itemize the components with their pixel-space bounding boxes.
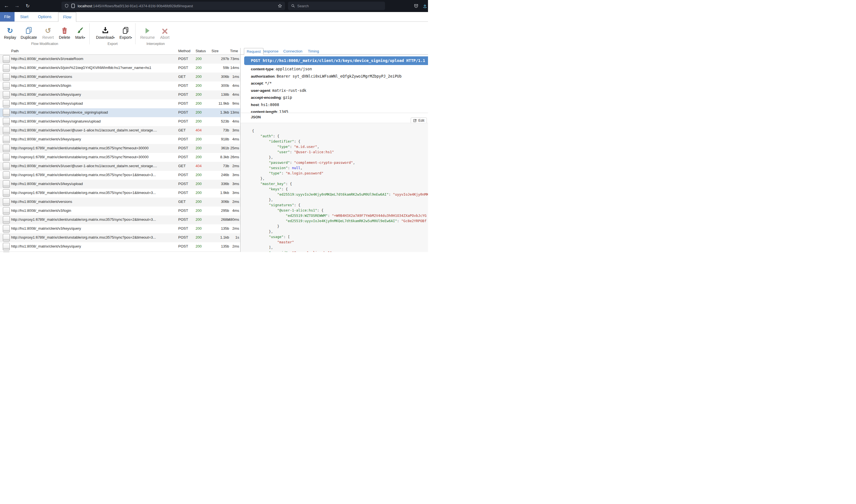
flow-row[interactable]: http://ssproxy1:6789/_matrix/client/unst… [0,215,240,224]
flow-method: POST [178,101,188,106]
duplicate-button[interactable]: Duplicate [20,24,38,40]
json-line: "usage": [ [252,234,428,239]
flow-row[interactable]: http://hs1:8008/_matrix/client/v3/keys/q… [0,90,240,100]
flow-row[interactable]: http://hs1:8008/_matrix/client/versionsG… [0,198,240,206]
export-button[interactable]: Export▾ [117,24,134,40]
flow-row[interactable]: http://ssproxy1:6789/_matrix/client/unst… [0,233,240,242]
flow-row[interactable]: http://ssproxy1:6789/_matrix/client/unst… [0,144,240,153]
menu-options[interactable]: Options [38,12,51,21]
back-icon[interactable]: ← [2,0,11,12]
flow-time: 3ms [221,191,239,195]
header-separator: : [259,103,261,107]
flow-status: 200 [195,182,202,186]
flow-row[interactable]: http://hs1:8008/_matrix/client/v3/user/@… [0,126,240,135]
flow-type-icon [3,234,10,241]
resume-button[interactable]: Resume [139,24,156,40]
column-time[interactable]: Time [221,49,238,53]
flow-type-icon [3,118,10,125]
menu-start[interactable]: Start [20,12,29,21]
column-path[interactable]: Path [11,49,19,53]
tab-request[interactable]: Request [244,48,263,55]
bookmark-star-icon[interactable] [278,4,282,8]
json-line: "ed25519:uyyvIoJe4Kjy0nMKQeL7dt6kamRK2w5… [252,192,428,197]
revert-button[interactable]: ↺ Revert [41,24,55,40]
flow-row[interactable]: http://hs1:8008/_matrix/client/v3/keys/s… [0,117,240,126]
column-size[interactable]: Size [211,49,219,53]
flow-row[interactable]: http://hs1:8008/_matrix/client/v3/loginP… [0,206,240,215]
header-line[interactable]: authorization: Bearer syt_dXNlci0xLWFsaW… [251,73,428,80]
search-input[interactable]: Search [288,2,385,10]
flow-row[interactable]: http://hs1:8008/_matrix/client/v3/join/%… [0,64,240,73]
column-status[interactable]: Status [195,49,206,53]
search-placeholder: Search [297,4,309,8]
flow-status: 200 [195,173,202,177]
flow-row[interactable]: http://hs1:8008/_matrix/client/v3/keys/d… [0,108,240,117]
browser-actions [414,0,428,12]
flow-method: GET [178,74,186,79]
request-first-line[interactable]: POST http://hs1:8008/_matrix/client/v3/k… [244,56,428,65]
header-line[interactable]: content-length: 1345 [251,108,428,115]
flow-row[interactable]: http://hs1:8008/_matrix/client/v3/create… [0,55,240,64]
flow-row[interactable]: http://hs1:8008/_matrix/client/versionsG… [0,73,240,82]
tab-timing[interactable]: Timing [307,48,320,54]
header-line[interactable]: accept: */* [251,80,428,87]
pocket-icon[interactable] [414,4,418,8]
flow-list-header[interactable]: Path Method Status Size Time [0,48,240,55]
flow-row[interactable]: http://hs1:8008/_matrix/client/v3/keys/q… [0,224,240,233]
flow-row[interactable]: http://hs1:8008/_matrix/client/v3/keys/u… [0,100,240,108]
edit-button[interactable]: Edit [411,118,427,123]
flow-status: 200 [195,57,202,61]
flow-time: 14ms [221,66,239,70]
flow-method: POST [178,119,188,123]
flow-row[interactable]: http://hs1:8008/_matrix/client/v3/keys/q… [0,242,240,251]
flow-time: 26ms [221,155,239,159]
request-body-json[interactable]: { "auth": { "identifier": { "type": "m.i… [241,123,428,252]
flow-row[interactable]: http://hs1:8008/_matrix/client/v3/keys/u… [0,180,240,188]
download-caret-icon: ▾ [114,36,115,39]
flow-type-icon [3,109,10,116]
header-line[interactable]: accept-encoding: gzip [251,94,428,101]
delete-button[interactable]: Delete [57,24,71,40]
flow-path: http://hs1:8008/_matrix/client/v3/keys/q… [11,137,176,141]
mark-button[interactable]: Mark▾ [73,24,87,40]
flow-path: http://ssproxy1:6789/_matrix/client/unst… [11,235,176,239]
flow-type-icon [3,207,10,215]
replay-button[interactable]: ↻ Replay [3,24,17,40]
header-line[interactable]: content-type: application/json [251,66,428,73]
tab-response[interactable]: Response [261,48,279,54]
toolbar-separator [135,23,136,44]
abort-button[interactable]: Abort [158,24,172,40]
downloads-icon[interactable] [423,4,427,8]
request-headers[interactable]: content-type: application/jsonauthorizat… [251,66,428,115]
flow-row[interactable]: http://hs1:8008/_matrix/client/v3/user/@… [0,162,240,171]
url-text[interactable]: localhost:1445/#/flows/fba5f13d-91e1-437… [78,4,278,8]
flow-row[interactable]: http://ssproxy1:6789/_matrix/client/unst… [0,153,240,162]
column-method[interactable]: Method [178,49,190,53]
reload-icon[interactable]: ↻ [23,0,32,12]
flow-method: POST [178,57,188,61]
flow-row[interactable]: http://hs1:8008/_matrix/client/v3/loginP… [0,82,240,90]
flow-row[interactable]: http://ssproxy1:6789/_matrix/client/unst… [0,188,240,198]
header-line[interactable]: user-agent: matrix-rust-sdk [251,87,428,94]
page-info-icon[interactable] [71,4,75,8]
url-bar[interactable]: localhost:1445/#/flows/fba5f13d-91e1-437… [62,2,285,10]
header-line[interactable]: host: hs1:8008 [251,101,428,109]
flow-type-icon [3,73,10,80]
header-name: accept [251,81,263,85]
shield-icon[interactable] [65,4,69,8]
tab-connection[interactable]: Connection [283,48,303,54]
json-line: "type": "m.id.user", [252,144,428,149]
flow-status: 200 [195,217,202,221]
flow-time: 2ms [221,200,239,204]
flow-time: 2ms [221,226,239,231]
flow-row[interactable]: http://hs1:8008/_matrix/client/v3/keys/q… [0,135,240,144]
menu-file[interactable]: File [0,12,15,21]
flow-path: http://hs1:8008/_matrix/client/v3/keys/q… [11,226,176,231]
download-button[interactable]: Download▾ [95,24,116,40]
forward-icon[interactable]: → [12,0,22,12]
menu-tab-flow[interactable]: Flow [58,12,76,22]
flow-row[interactable] [0,251,240,252]
flow-status: 200 [195,226,202,231]
flow-list: Path Method Status Size Time http://hs1:… [0,48,241,252]
flow-row[interactable]: http://ssproxy1:6789/_matrix/client/unst… [0,171,240,180]
